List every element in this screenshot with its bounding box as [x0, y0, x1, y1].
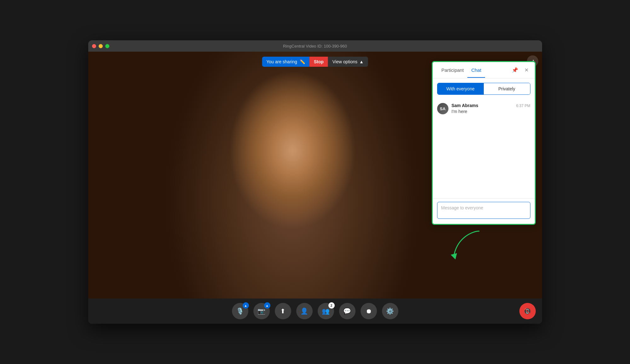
traffic-lights [92, 44, 109, 48]
message-author: Sam Abrams [452, 103, 478, 108]
chat-button[interactable]: 💬 [339, 303, 355, 319]
settings-button[interactable]: ⚙️ [382, 303, 398, 319]
camera-button[interactable]: 📷 ▲ [253, 303, 270, 319]
participant-count-badge: 2 [328, 302, 335, 309]
participants-button[interactable]: 👤 [296, 303, 313, 319]
share-icon: ⬆ [280, 307, 286, 315]
share-screen-button[interactable]: ⬆ [275, 303, 291, 319]
chat-input-area [433, 198, 535, 224]
mac-window: RingCentral Video ID: 100-390-960 You ar… [88, 40, 542, 324]
end-call-button[interactable]: 📵 [519, 303, 536, 319]
gear-icon: ⚙️ [386, 307, 394, 315]
message-content: Sam Abrams 6:37 PM I'm here [452, 103, 530, 114]
record-button[interactable]: ⏺ [361, 303, 377, 319]
sharing-badge: You are sharing ✏️ [262, 57, 309, 67]
camera-badge: ▲ [264, 302, 270, 309]
message-time: 6:37 PM [516, 104, 530, 108]
close-icon: ✕ [524, 67, 529, 73]
chat-icon: 💬 [343, 307, 351, 315]
pin-button[interactable]: 📌 [511, 66, 519, 74]
chat-message: SA Sam Abrams 6:37 PM I'm here [437, 103, 530, 114]
panel-header-actions: 📌 ✕ [511, 66, 530, 74]
avatar: SA [437, 103, 448, 114]
message-input[interactable] [437, 202, 530, 219]
view-options-button[interactable]: View options ▲ [328, 57, 368, 67]
chevron-down-icon: ▲ [359, 59, 364, 64]
microphone-icon: 🎙️ [236, 307, 244, 315]
close-panel-button[interactable]: ✕ [523, 66, 530, 74]
pin-icon: 📌 [512, 67, 518, 73]
phone-end-icon: 📵 [523, 307, 531, 315]
tab-participant[interactable]: Participant [438, 63, 468, 78]
mic-badge: ▲ [243, 302, 249, 309]
invite-button[interactable]: 👥 2 [318, 303, 334, 319]
record-icon: ⏺ [366, 308, 372, 315]
title-bar: RingCentral Video ID: 100-390-960 [88, 40, 542, 52]
minimize-button[interactable] [99, 44, 103, 48]
view-options-label: View options [332, 59, 357, 64]
microphone-button[interactable]: 🎙️ ▲ [232, 303, 248, 319]
audience-toggle: With everyone Privately [437, 83, 530, 95]
sharing-text: You are sharing [266, 59, 297, 64]
window-title: RingCentral Video ID: 100-390-960 [283, 44, 347, 48]
panel-header: Participant Chat 📌 ✕ [433, 62, 535, 78]
chat-messages[interactable]: SA Sam Abrams 6:37 PM I'm here [433, 99, 535, 198]
maximize-button[interactable] [105, 44, 109, 48]
bottom-toolbar: 🎙️ ▲ 📷 ▲ ⬆ 👤 👥 2 💬 ⏺ ⚙️ [88, 299, 542, 324]
main-content: You are sharing ✏️ Stop View options ▲ ⤢… [88, 52, 542, 299]
stop-button[interactable]: Stop [309, 57, 328, 67]
everyone-button[interactable]: With everyone [437, 83, 484, 94]
privately-button[interactable]: Privately [484, 83, 530, 94]
chat-panel: Participant Chat 📌 ✕ With everyone Pri [432, 61, 536, 225]
pencil-icon: ✏️ [300, 59, 305, 64]
invite-icon: 👥 [322, 307, 330, 315]
close-button[interactable] [92, 44, 96, 48]
message-header: Sam Abrams 6:37 PM [452, 103, 530, 108]
tab-chat[interactable]: Chat [467, 63, 485, 78]
message-text: I'm here [452, 109, 530, 114]
camera-off-icon: 📷 [257, 307, 265, 315]
sharing-bar: You are sharing ✏️ Stop View options ▲ [262, 57, 368, 67]
participants-icon: 👤 [300, 307, 308, 315]
